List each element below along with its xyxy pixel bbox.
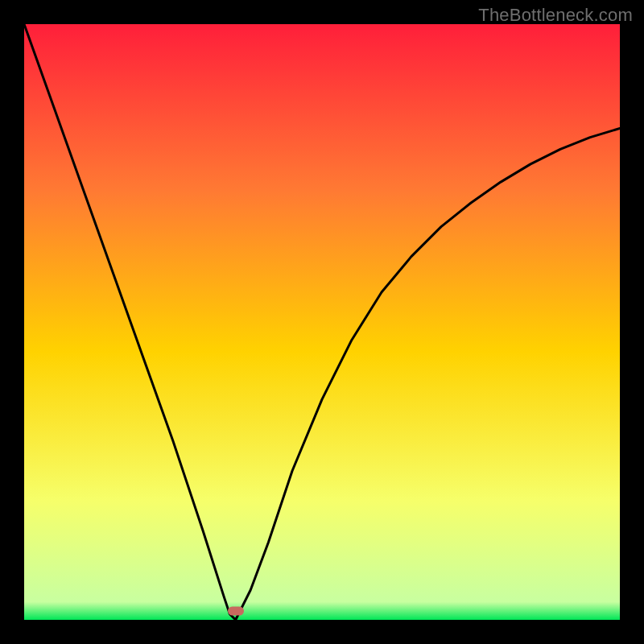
optimum-marker <box>228 606 244 615</box>
bottleneck-curve <box>24 24 620 620</box>
watermark-text: TheBottleneck.com <box>478 5 633 26</box>
chart-frame: TheBottleneck.com <box>0 0 644 644</box>
plot-area <box>24 24 620 620</box>
